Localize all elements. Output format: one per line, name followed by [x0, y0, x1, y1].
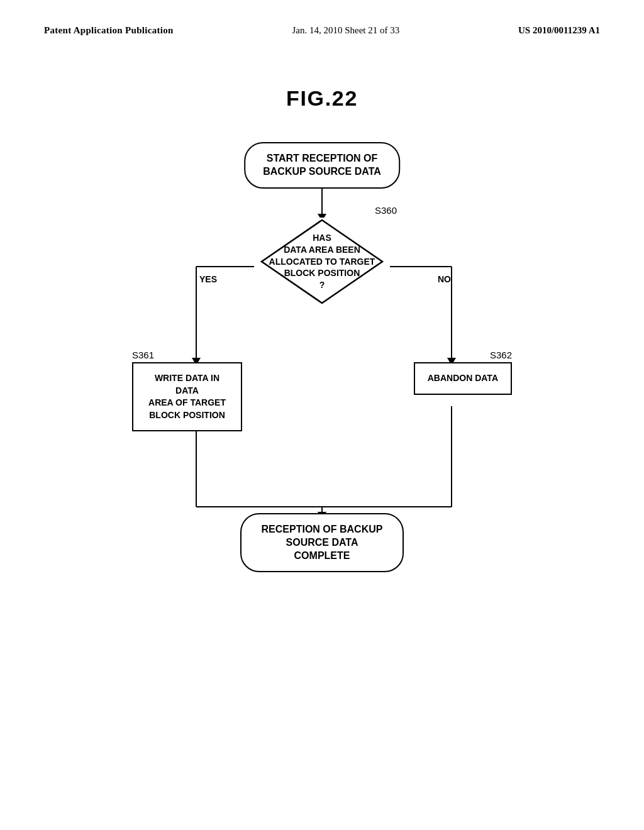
diamond-text: HASDATA AREA BEENALLOCATED TO TARGETBLOC…: [264, 227, 380, 296]
abandon-data-shape: ABANDON DATA: [414, 362, 512, 395]
s362-label: S362: [490, 350, 512, 360]
write-data-box: WRITE DATA IN DATAAREA OF TARGETBLOCK PO…: [132, 362, 242, 431]
diamond-wrapper: HASDATA AREA BEENALLOCATED TO TARGETBLOC…: [250, 211, 394, 312]
header-publication: Patent Application Publication: [44, 25, 174, 36]
decision-diamond: HASDATA AREA BEENALLOCATED TO TARGETBLOC…: [250, 211, 394, 312]
no-label: NO: [438, 274, 451, 284]
s361-label: S361: [132, 350, 154, 360]
figure-title-text: FIG.22: [286, 86, 358, 110]
start-shape: START RECEPTION OFBACKUP SOURCE DATA: [244, 142, 400, 189]
figure-title: FIG.22: [0, 86, 644, 111]
complete-shape: RECEPTION OF BACKUPSOURCE DATA COMPLETE: [240, 513, 404, 572]
write-data-shape: WRITE DATA IN DATAAREA OF TARGETBLOCK PO…: [132, 362, 242, 431]
header: Patent Application Publication Jan. 14, …: [0, 0, 644, 48]
header-patent-number: US 2010/0011239 A1: [518, 25, 600, 36]
start-label: START RECEPTION OFBACKUP SOURCE DATA: [263, 153, 381, 177]
header-date-sheet: Jan. 14, 2010 Sheet 21 of 33: [292, 25, 399, 36]
diamond-shape: HASDATA AREA BEENALLOCATED TO TARGETBLOC…: [259, 218, 385, 306]
yes-label: YES: [199, 274, 217, 284]
complete-terminal: RECEPTION OF BACKUPSOURCE DATA COMPLETE: [240, 513, 404, 572]
flowchart-diagram: START RECEPTION OFBACKUP SOURCE DATA S36…: [102, 142, 542, 595]
page: Patent Application Publication Jan. 14, …: [0, 0, 644, 830]
complete-label: RECEPTION OF BACKUPSOURCE DATA COMPLETE: [262, 524, 383, 561]
start-terminal: START RECEPTION OFBACKUP SOURCE DATA: [244, 142, 400, 189]
abandon-data-box: ABANDON DATA: [414, 362, 512, 395]
